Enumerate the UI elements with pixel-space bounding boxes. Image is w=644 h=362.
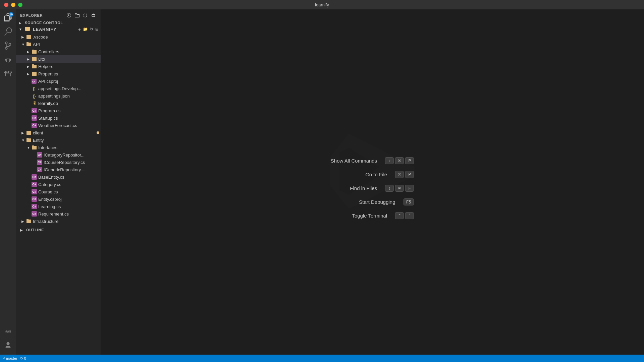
project-header[interactable]: ▼ LEARNIFY + 📁 ↻ ⊟ [16, 25, 101, 33]
account-activity-icon[interactable] [1, 339, 15, 352]
interfaces-label: Interfaces [38, 145, 57, 150]
entity-csproj-label: Entity.csproj [38, 197, 62, 202]
files-activity-icon[interactable]: 19 [1, 11, 15, 24]
category-label: Category.cs [38, 182, 61, 187]
window-title: learnify [315, 2, 329, 7]
go-to-file-label: Go to File [331, 172, 387, 177]
maximize-button[interactable] [18, 3, 22, 7]
entity-folder[interactable]: ▼ Entity [16, 136, 101, 144]
key-f5: F5 [404, 198, 414, 205]
dto-folder[interactable]: ▶ Dto [16, 55, 101, 63]
baseentity-file[interactable]: C# BaseEntity.cs [16, 173, 101, 181]
extensions-activity-icon[interactable] [1, 67, 15, 80]
requirement-icon: C# [32, 211, 37, 217]
api-folder[interactable]: ▼ API [16, 41, 101, 48]
weatherforecast-cs-file[interactable]: C# WeatherForecast.cs [16, 122, 101, 129]
controllers-folder[interactable]: ▶ Controllers [16, 48, 101, 55]
key-shift-2: ⇧ [385, 185, 394, 192]
program-cs-icon: C# [32, 108, 37, 113]
icategory-repo-file[interactable]: C# ICategoryRepositor... [16, 151, 101, 159]
appsettings-json-file[interactable]: {} appsettings.json [16, 92, 101, 100]
igeneric-repo-file[interactable]: C# IGenericRepository.... [16, 166, 101, 173]
startup-cs-file[interactable]: C# Startup.cs [16, 114, 101, 122]
new-file-proj-icon[interactable]: + [77, 27, 82, 32]
status-branch[interactable]: ⑂ master [3, 356, 17, 360]
key-cmd-2: ⌘ [395, 171, 404, 178]
collapse-button[interactable] [90, 12, 97, 19]
refresh-proj-icon[interactable]: ↻ [89, 27, 94, 32]
aws-activity-icon[interactable]: aws [1, 324, 15, 338]
outline-chevron: ▶ [20, 228, 25, 232]
learning-file[interactable]: C# Learning.cs [16, 203, 101, 210]
close-button[interactable] [4, 3, 8, 7]
client-label: client [33, 130, 43, 135]
outline-header[interactable]: ▶ OUTLINE [19, 227, 101, 233]
vscode-label: .vscode [33, 35, 48, 40]
source-control-activity-icon[interactable] [1, 39, 15, 52]
properties-folder-icon [32, 71, 37, 76]
icategory-icon: C# [37, 152, 42, 158]
activity-bar-bottom: aws [1, 324, 15, 355]
collapse-proj-icon[interactable]: ⊟ [95, 27, 99, 32]
baseentity-icon: C# [32, 174, 37, 180]
learning-icon: C# [32, 204, 37, 209]
startup-cs-icon: C# [32, 115, 37, 121]
api-folder-icon [26, 42, 32, 47]
sync-label: 0 [24, 356, 26, 360]
find-in-files-label: Find in Files [331, 185, 377, 191]
show-all-commands-label: Show All Commands [331, 158, 377, 164]
icourse-repo-file[interactable]: C# ICourseRepository.cs [16, 159, 101, 166]
helpers-folder[interactable]: ▶ Helpers [16, 63, 101, 70]
interfaces-folder-icon [32, 145, 37, 150]
refresh-button[interactable] [82, 12, 89, 19]
activity-bar: 19 aws [0, 9, 16, 355]
interfaces-folder[interactable]: ▼ Interfaces [16, 144, 101, 151]
controllers-folder-icon [32, 49, 37, 54]
program-cs-file[interactable]: C# Program.cs [16, 107, 101, 114]
svg-text:C#: C# [32, 80, 35, 83]
new-file-button[interactable] [66, 12, 72, 19]
vscode-chevron: ▶ [21, 35, 26, 39]
category-file[interactable]: C# Category.cs [16, 181, 101, 188]
api-label: API [33, 42, 40, 47]
status-sync[interactable]: ↻ 0 [20, 356, 26, 361]
find-in-files-row: Find in Files ⇧ ⌘ F [331, 185, 414, 192]
properties-folder[interactable]: ▶ Properties [16, 70, 101, 77]
minimize-button[interactable] [11, 3, 15, 7]
entity-csproj-file[interactable]: C# Entity.csproj [16, 195, 101, 203]
search-activity-icon[interactable] [1, 25, 15, 38]
api-csproj-file[interactable]: C# API.csproj [16, 77, 101, 85]
client-folder[interactable]: ▶ client [16, 129, 101, 136]
course-file[interactable]: C# Course.cs [16, 188, 101, 195]
icourse-icon: C# [37, 160, 42, 165]
infrastructure-label: Infrastructure [33, 219, 59, 224]
debug-activity-icon[interactable] [1, 53, 15, 66]
igeneric-label: IGenericRepository.... [44, 167, 86, 172]
source-control-header[interactable]: ▶ SOURCE CONTROL [16, 20, 101, 25]
helpers-label: Helpers [38, 64, 53, 69]
new-folder-button[interactable] [74, 12, 80, 19]
key-shift: ⇧ [385, 157, 394, 164]
client-chevron: ▶ [21, 131, 26, 135]
entity-csproj-icon: C# [32, 196, 37, 202]
requirement-file[interactable]: C# Requirement.cs [16, 210, 101, 218]
toggle-terminal-row: Toggle Terminal ^ ` [331, 212, 414, 219]
controllers-chevron: ▶ [27, 50, 32, 54]
appsettings-dev-icon: {} [32, 86, 37, 91]
category-icon: C# [32, 182, 37, 187]
new-folder-proj-icon[interactable]: 📁 [82, 27, 89, 32]
client-folder-icon [26, 130, 32, 135]
api-chevron: ▼ [21, 43, 26, 46]
icategory-label: ICategoryRepositor... [44, 153, 85, 158]
dto-chevron: ▶ [27, 57, 32, 61]
project-actions: + 📁 ↻ ⊟ [77, 27, 99, 32]
appsettings-dev-file[interactable]: {} appsettings.Develop... [16, 85, 101, 92]
key-backtick: ` [405, 212, 414, 219]
learnify-db-file[interactable]: 🗄 learnify.db [16, 100, 101, 107]
branch-icon: ⑂ [3, 356, 5, 360]
infrastructure-folder[interactable]: ▶ Infrastructure [16, 218, 101, 225]
vscode-folder[interactable]: ▶ .vscode [16, 33, 101, 41]
find-in-files-keys: ⇧ ⌘ F [385, 185, 414, 192]
controllers-label: Controllers [38, 49, 59, 54]
course-label: Course.cs [38, 189, 58, 194]
